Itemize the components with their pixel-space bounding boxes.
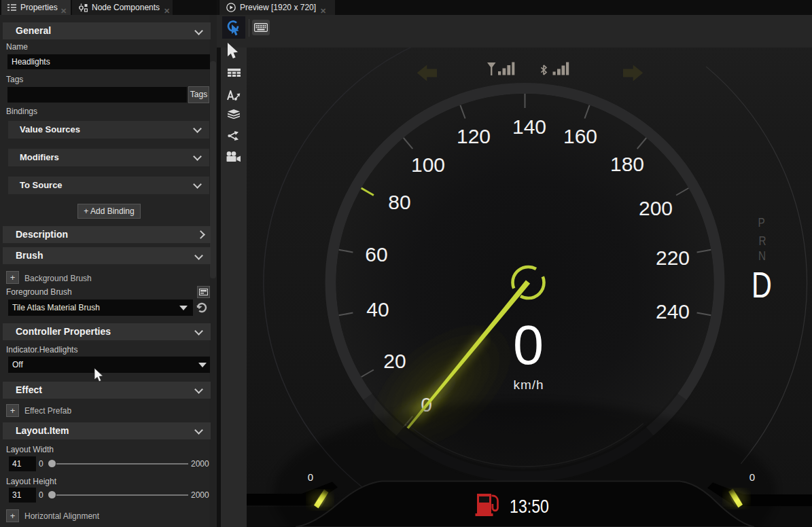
svg-text:200: 200 (639, 197, 673, 219)
svg-text:180: 180 (610, 153, 644, 175)
svg-text:100: 100 (411, 153, 445, 176)
svg-text:P: P (758, 216, 764, 230)
svg-text:R: R (758, 234, 766, 247)
svg-text:13:50: 13:50 (510, 496, 549, 516)
svg-text:140: 140 (512, 115, 546, 138)
svg-text:D: D (752, 265, 772, 305)
svg-text:60: 60 (365, 243, 387, 266)
svg-text:N: N (758, 249, 766, 262)
svg-text:160: 160 (563, 125, 597, 147)
svg-text:0: 0 (308, 471, 313, 483)
svg-text:40: 40 (366, 298, 389, 321)
svg-text:km/h: km/h (513, 378, 544, 392)
svg-text:0: 0 (749, 471, 755, 483)
svg-text:240: 240 (656, 300, 690, 323)
svg-text:0: 0 (513, 314, 544, 376)
svg-text:80: 80 (388, 191, 410, 213)
svg-text:20: 20 (383, 350, 406, 372)
svg-text:220: 220 (656, 247, 690, 269)
svg-text:120: 120 (457, 125, 491, 147)
